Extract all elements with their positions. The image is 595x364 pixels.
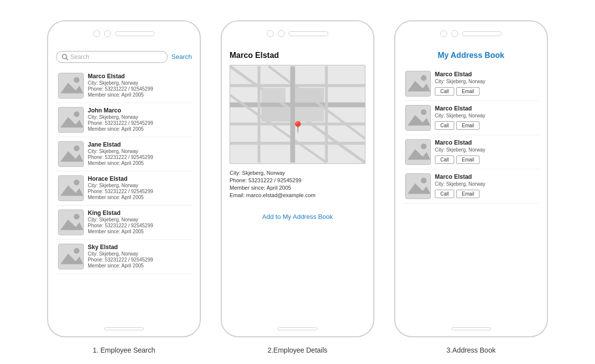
contact-name: King Elstad [88, 209, 153, 216]
address-contact-city: City: Skjeberg, Norway [435, 113, 537, 118]
address-contact-name: Marco Elstad [435, 139, 537, 146]
call-button[interactable]: Call [435, 190, 454, 198]
svg-rect-32 [295, 88, 324, 102]
address-contact-row: Marco Elstad City: Skjeberg, Norway Call… [403, 169, 539, 204]
contact-info: Marco Elstad City: Skjeberg, Norway Phon… [88, 73, 153, 98]
contact-name: John Marco [88, 107, 153, 114]
search-icon [61, 53, 68, 60]
svg-point-0 [62, 54, 67, 58]
svg-point-9 [74, 145, 80, 151]
phone-1-circle-1 [93, 30, 100, 37]
contact-avatar [58, 175, 84, 201]
contact-info: John Marco City: Skjeberg, Norway Phone:… [88, 107, 153, 132]
address-contact-info: Marco Elstad City: Skjeberg, Norway Call… [435, 105, 537, 130]
call-button[interactable]: Call [435, 121, 454, 130]
contact-city: City: Skjeberg, Norway [88, 114, 153, 120]
address-contact-info: Marco Elstad City: Skjeberg, Norway Call… [435, 71, 537, 96]
phone-2-top-bar [222, 30, 373, 37]
svg-rect-31 [261, 107, 290, 121]
svg-point-36 [421, 75, 427, 81]
address-contact-city: City: Skjeberg, Norway [435, 79, 537, 84]
contact-member: Member since: April 2005 [88, 195, 153, 200]
svg-point-3 [74, 77, 80, 83]
address-contact-name: Marco Elstad [435, 71, 537, 78]
phone-2-circle-2 [278, 30, 285, 37]
address-contact-name: Marco Elstad [435, 173, 537, 180]
avatar-mountain-icon [406, 105, 430, 130]
screen3-container: My Address Book Marco Elstad City: Skjeb… [394, 20, 548, 354]
call-button[interactable]: Call [435, 87, 454, 96]
svg-point-6 [74, 111, 80, 117]
avatar-mountain-icon [59, 142, 83, 166]
contact-info: Sky Elstad City: Skjeberg, Norway Phone:… [88, 244, 153, 268]
contact-phone: Phone: 53231222 / 92545299 [88, 223, 153, 228]
email-button[interactable]: Email [456, 190, 479, 198]
detail-name: Marco Elstad [230, 51, 365, 60]
contact-info: Horace Elstad City: Skjeberg, Norway Pho… [88, 175, 153, 200]
contact-city: City: Skjeberg, Norway [88, 149, 153, 154]
contact-name: Sky Elstad [88, 244, 153, 251]
contact-name: Horace Elstad [88, 175, 153, 182]
avatar-mountain-icon [59, 107, 83, 132]
screen1-label: 1. Employee Search [93, 346, 155, 354]
map-placeholder: 📍 [230, 65, 365, 164]
contact-row[interactable]: John Marco City: Skjeberg, Norway Phone:… [56, 103, 192, 137]
svg-point-45 [421, 177, 427, 183]
email-button[interactable]: Email [456, 121, 479, 130]
phone-1-speaker [115, 31, 155, 36]
contact-city: City: Skjeberg, Norway [88, 217, 153, 222]
address-contact-avatar [405, 71, 431, 97]
svg-point-42 [421, 143, 427, 149]
contact-avatar [58, 73, 84, 99]
detail-info: City: Skjeberg, Norway Phone: 53231222 /… [230, 170, 365, 198]
address-contact-avatar [405, 139, 431, 165]
contact-row[interactable]: Sky Elstad City: Skjeberg, Norway Phone:… [56, 240, 192, 274]
email-button[interactable]: Email [456, 87, 479, 96]
svg-point-12 [74, 179, 80, 185]
avatar-mountain-icon [59, 210, 83, 235]
phone-3-home-bar [451, 327, 491, 330]
detail-city: City: Skjeberg, Norway [230, 170, 365, 176]
svg-point-18 [74, 248, 80, 254]
avatar-mountain-icon [59, 176, 83, 201]
phone-2: Marco Elstad [221, 20, 374, 337]
address-book-title: My Address Book [403, 51, 539, 60]
email-button[interactable]: Email [456, 156, 479, 164]
phone-1-top-bar [48, 30, 200, 37]
svg-point-15 [74, 213, 80, 219]
avatar-mountain-icon [59, 244, 83, 269]
call-button[interactable]: Call [435, 156, 454, 164]
address-contact-buttons: Call Email [435, 156, 537, 164]
svg-rect-34 [295, 107, 324, 121]
screen2-container: Marco Elstad [221, 20, 374, 354]
search-bar: Search Search [56, 51, 192, 63]
contact-row[interactable]: Jane Elstad City: Skjeberg, Norway Phone… [56, 137, 192, 171]
contact-phone: Phone: 53231222 / 92545299 [88, 189, 153, 194]
contact-row[interactable]: Marco Elstad City: Skjeberg, Norway Phon… [56, 69, 192, 103]
phone-3: My Address Book Marco Elstad City: Skjeb… [394, 20, 548, 337]
address-contact-info: Marco Elstad City: Skjeberg, Norway Call… [435, 139, 537, 164]
contact-city: City: Skjeberg, Norway [88, 251, 153, 257]
screen1-container: Search Search Marco Elstad City: Skjeber… [47, 20, 201, 354]
contact-member: Member since: April 2005 [88, 160, 153, 166]
contact-info: Jane Elstad City: Skjeberg, Norway Phone… [88, 141, 153, 166]
phone-3-speaker [462, 31, 502, 36]
map-pin: 📍 [291, 121, 304, 134]
phone-2-circle-1 [267, 30, 274, 37]
address-contact-name: Marco Elstad [435, 105, 537, 112]
contact-row[interactable]: Horace Elstad City: Skjeberg, Norway Pho… [56, 171, 192, 206]
address-contact-row: Marco Elstad City: Skjeberg, Norway Call… [403, 67, 539, 101]
contact-avatar [58, 209, 84, 235]
contact-avatar [58, 107, 84, 133]
search-input-box[interactable]: Search [56, 51, 168, 63]
contact-row[interactable]: King Elstad City: Skjeberg, Norway Phone… [56, 206, 192, 240]
contact-name: Jane Elstad [88, 141, 153, 148]
detail-member: Member since: April 2005 [230, 185, 365, 191]
add-to-address-book-button[interactable]: Add to My Address Book [230, 213, 365, 220]
contact-member: Member since: April 2005 [88, 263, 153, 268]
contact-name: Marco Elstad [88, 73, 153, 80]
address-contact-city: City: Skjeberg, Norway [435, 181, 537, 187]
address-contact-buttons: Call Email [435, 87, 537, 96]
screen3-label: 3.Address Book [447, 346, 496, 354]
search-button[interactable]: Search [172, 53, 192, 60]
